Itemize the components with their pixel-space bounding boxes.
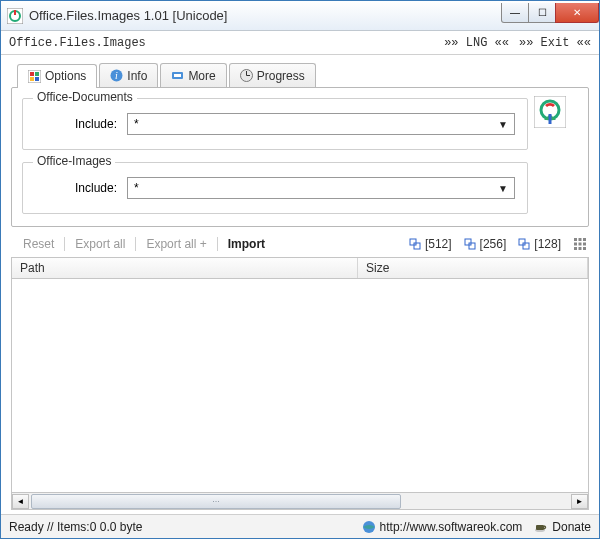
maximize-button[interactable]: ☐ xyxy=(528,3,556,23)
tab-label: More xyxy=(188,69,215,83)
include-label: Include: xyxy=(35,117,117,131)
tab-progress[interactable]: Progress xyxy=(229,63,316,87)
combo-value: * xyxy=(134,181,139,195)
status-bar: Ready // Items:0 0.0 byte http://www.sof… xyxy=(1,514,599,538)
import-button[interactable]: Import xyxy=(218,237,275,251)
status-text: Ready // Items:0 0.0 byte xyxy=(9,520,142,534)
chevron-down-icon: ▼ xyxy=(498,183,508,194)
minimize-button[interactable]: — xyxy=(501,3,529,23)
window-title: Office.Files.Images 1.01 [Unicode] xyxy=(29,8,502,23)
scroll-right-arrow[interactable]: ► xyxy=(571,494,588,509)
app-icon xyxy=(7,8,23,24)
tab-options[interactable]: Options xyxy=(17,64,97,88)
svg-rect-32 xyxy=(583,247,586,250)
exit-button[interactable]: »» Exit «« xyxy=(519,36,591,50)
tab-more[interactable]: More xyxy=(160,63,226,87)
svg-rect-6 xyxy=(30,77,34,81)
group-legend: Office-Documents xyxy=(33,90,137,104)
horizontal-scrollbar[interactable]: ◄ ··· ► xyxy=(11,493,589,510)
tab-label: Info xyxy=(127,69,147,83)
svg-rect-27 xyxy=(574,243,577,246)
svg-rect-18 xyxy=(414,243,420,249)
tab-label: Progress xyxy=(257,69,305,83)
size-label: [128] xyxy=(534,237,561,251)
size-128-button[interactable]: [128] xyxy=(512,237,567,251)
donate-link[interactable]: Donate xyxy=(534,520,591,534)
svg-rect-20 xyxy=(469,243,475,249)
website-link[interactable]: http://www.softwareok.com xyxy=(362,520,523,534)
svg-rect-24 xyxy=(574,238,577,241)
progress-icon xyxy=(240,69,253,82)
size-256-button[interactable]: [256] xyxy=(458,237,513,251)
titlebar: Office.Files.Images 1.01 [Unicode] — ☐ ✕ xyxy=(1,1,599,31)
action-toolbar: Reset Export all Export all + Import [51… xyxy=(11,227,589,257)
svg-rect-7 xyxy=(35,77,39,81)
breadcrumb: Office.Files.Images xyxy=(9,36,434,50)
scroll-thumb[interactable]: ··· xyxy=(31,494,401,509)
app-toolbar: Office.Files.Images »» LNG «« »» Exit «« xyxy=(1,31,599,55)
size-512-button[interactable]: [512] xyxy=(403,237,458,251)
grid-view-icon[interactable] xyxy=(573,237,587,251)
reset-button[interactable]: Reset xyxy=(13,237,65,251)
scroll-track[interactable]: ··· xyxy=(29,494,571,509)
svg-rect-3 xyxy=(28,70,41,83)
svg-rect-31 xyxy=(579,247,582,250)
svg-rect-25 xyxy=(579,238,582,241)
list-header: Path Size xyxy=(11,257,589,279)
main-area: Options i Info More Progress Office-Docu… xyxy=(1,55,599,514)
list-body[interactable] xyxy=(11,279,589,493)
app-window: Office.Files.Images 1.01 [Unicode] — ☐ ✕… xyxy=(0,0,600,539)
svg-rect-30 xyxy=(574,247,577,250)
svg-rect-28 xyxy=(579,243,582,246)
tab-label: Options xyxy=(45,69,86,83)
info-icon: i xyxy=(110,69,123,82)
window-buttons: — ☐ ✕ xyxy=(502,3,599,23)
svg-rect-4 xyxy=(30,72,34,76)
combo-value: * xyxy=(134,117,139,131)
size-label: [256] xyxy=(480,237,507,251)
svg-text:i: i xyxy=(115,70,118,81)
column-path-header[interactable]: Path xyxy=(12,258,358,278)
crop-icon xyxy=(409,238,421,250)
office-documents-group: Office-Documents Include: * ▼ xyxy=(22,98,528,150)
column-size-header[interactable]: Size xyxy=(358,258,588,278)
svg-rect-29 xyxy=(583,243,586,246)
svg-rect-22 xyxy=(523,243,529,249)
documents-include-combo[interactable]: * ▼ xyxy=(127,113,515,135)
svg-rect-11 xyxy=(174,74,181,77)
more-icon xyxy=(171,69,184,82)
language-button[interactable]: »» LNG «« xyxy=(444,36,509,50)
size-label: [512] xyxy=(425,237,452,251)
svg-rect-26 xyxy=(583,238,586,241)
tab-strip: Options i Info More Progress xyxy=(11,63,589,87)
link-text: Donate xyxy=(552,520,591,534)
svg-rect-2 xyxy=(14,10,16,15)
link-text: http://www.softwareok.com xyxy=(380,520,523,534)
svg-rect-21 xyxy=(519,239,525,245)
export-all-plus-button[interactable]: Export all + xyxy=(136,237,217,251)
options-panel: Office-Documents Include: * ▼ Office-Ima… xyxy=(11,87,589,227)
images-include-combo[interactable]: * ▼ xyxy=(127,177,515,199)
svg-rect-17 xyxy=(410,239,416,245)
app-logo-icon xyxy=(534,96,566,128)
office-images-group: Office-Images Include: * ▼ xyxy=(22,162,528,214)
crop-icon xyxy=(464,238,476,250)
coffee-icon xyxy=(534,520,548,534)
crop-icon xyxy=(518,238,530,250)
export-all-button[interactable]: Export all xyxy=(65,237,136,251)
svg-rect-5 xyxy=(35,72,39,76)
svg-rect-35 xyxy=(536,525,544,530)
scroll-left-arrow[interactable]: ◄ xyxy=(12,494,29,509)
close-button[interactable]: ✕ xyxy=(555,3,599,23)
svg-rect-19 xyxy=(465,239,471,245)
include-label: Include: xyxy=(35,181,117,195)
chevron-down-icon: ▼ xyxy=(498,119,508,130)
globe-icon xyxy=(362,520,376,534)
group-legend: Office-Images xyxy=(33,154,115,168)
options-icon xyxy=(28,70,41,83)
tab-info[interactable]: i Info xyxy=(99,63,158,87)
